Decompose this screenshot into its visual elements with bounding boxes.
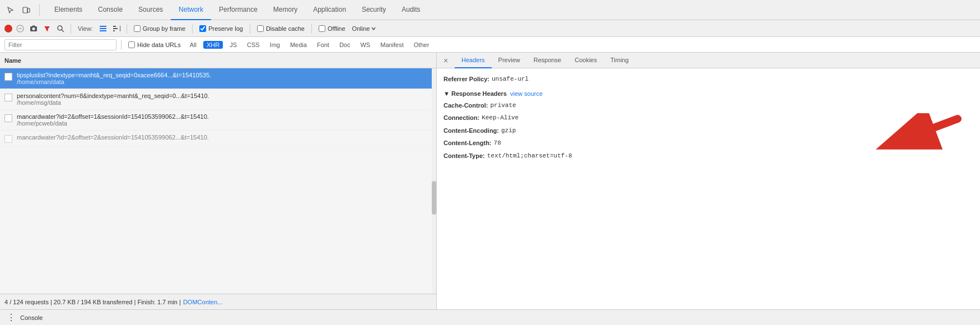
view-source-link[interactable]: view source [510, 90, 543, 97]
request-item[interactable]: personalcontent?num=8&indextype=manht&_r… [0, 89, 436, 110]
request-item[interactable]: mancardwater?id=2&offset=2&sessionId=154… [0, 131, 436, 147]
search-icon[interactable] [55, 23, 66, 34]
request-checkbox[interactable] [4, 114, 12, 122]
tab-preview[interactable]: Preview [492, 53, 527, 68]
cursor-icon[interactable] [4, 4, 17, 16]
svg-rect-13 [113, 26, 116, 27]
name-column-header: Name [4, 57, 21, 64]
request-info: mancardwater?id=2&offset=1&sessionId=154… [17, 113, 432, 127]
filter-font-btn[interactable]: Font [314, 41, 333, 49]
tab-elements[interactable]: Elements [46, 0, 90, 20]
filter-row: Hide data URLs All XHR JS CSS Img Media … [0, 37, 980, 53]
filter-media-btn[interactable]: Media [287, 41, 310, 49]
tab-security[interactable]: Security [354, 0, 394, 20]
offline-label[interactable]: Offline [319, 25, 346, 32]
referrer-policy-key: Referrer Policy: [444, 75, 489, 84]
tab-application[interactable]: Application [305, 0, 354, 20]
tab-sources[interactable]: Sources [130, 0, 171, 20]
connection-key: Connection: [444, 113, 479, 123]
offline-text: Offline [328, 25, 346, 32]
tab-timing[interactable]: Timing [604, 53, 636, 68]
group-by-frame-checkbox[interactable] [134, 25, 141, 32]
preserve-log-checkbox[interactable] [199, 25, 206, 32]
tab-audits[interactable]: Audits [394, 0, 428, 20]
content-encoding-row: Content-Encoding: gzip [444, 124, 973, 137]
svg-rect-11 [100, 28, 106, 29]
svg-rect-15 [113, 30, 115, 31]
request-url: personalcontent?num=8&indextype=manht&_r… [17, 92, 432, 99]
content-encoding-val: gzip [501, 126, 516, 136]
waterfall-view-icon[interactable] [111, 23, 122, 34]
svg-rect-14 [113, 28, 118, 29]
console-dots[interactable]: ⋮ [7, 312, 16, 323]
device-icon[interactable] [20, 4, 32, 16]
nav-tabs: Elements Console Sources Network Perform… [46, 0, 428, 20]
content-type-key: Content-Type: [444, 151, 485, 161]
list-view-icon[interactable] [97, 23, 109, 34]
tab-headers[interactable]: Headers [455, 53, 492, 68]
request-path: /home/xman/data [17, 78, 432, 85]
request-url: mancardwater?id=2&offset=2&sessionId=154… [17, 134, 432, 141]
tab-console[interactable]: Console [90, 0, 130, 20]
filter-input[interactable] [4, 39, 116, 50]
request-checkbox[interactable] [4, 135, 12, 143]
tab-cookies[interactable]: Cookies [568, 53, 604, 68]
hide-data-urls-checkbox[interactable] [128, 41, 135, 48]
content-length-val: 78 [494, 138, 501, 148]
filter-css-btn[interactable]: CSS [244, 41, 263, 49]
disable-cache-label[interactable]: Disable cache [257, 25, 305, 32]
hide-data-urls-label[interactable]: Hide data URLs [128, 41, 181, 48]
request-checkbox[interactable] [4, 94, 12, 101]
filter-ws-btn[interactable]: WS [357, 41, 374, 49]
svg-rect-12 [100, 30, 106, 31]
devtools-icons [4, 4, 40, 16]
filter-other-btn[interactable]: Other [410, 41, 433, 49]
stop-button[interactable] [15, 23, 26, 34]
request-item[interactable]: tipspluslist?indextype=manht&_req_seqid=… [0, 68, 436, 89]
filter-doc-btn[interactable]: Doc [336, 41, 354, 49]
request-info: mancardwater?id=2&offset=2&sessionId=154… [17, 134, 432, 141]
group-by-frame-label[interactable]: Group by frame [134, 25, 185, 32]
request-path: /home/msg/data [17, 99, 432, 106]
svg-rect-10 [100, 26, 106, 27]
preserve-log-text: Preserve log [208, 25, 243, 32]
console-bar: ⋮ Console [0, 309, 980, 325]
online-dropdown[interactable]: Online [352, 25, 377, 32]
disable-cache-checkbox[interactable] [257, 25, 264, 32]
filter-icon[interactable] [41, 23, 53, 34]
domcontent-link[interactable]: DOMConten... [183, 299, 222, 305]
content-type-row: Content-Type: text/html;charset=utf-8 [444, 150, 973, 162]
request-item[interactable]: mancardwater?id=2&offset=1&sessionId=154… [0, 110, 436, 131]
chevron-down-icon [371, 26, 376, 31]
scrollbar-thumb[interactable] [432, 181, 436, 215]
record-button[interactable] [4, 25, 12, 32]
tab-network[interactable]: Network [171, 0, 211, 20]
tab-memory[interactable]: Memory [265, 0, 305, 20]
separator-3 [192, 24, 193, 34]
tab-performance[interactable]: Performance [211, 0, 265, 20]
cache-control-row: Cache-Control: private [444, 99, 973, 112]
scrollbar-track[interactable] [432, 68, 436, 294]
svg-rect-6 [32, 25, 35, 26]
separator-4 [250, 24, 250, 34]
request-url: tipspluslist?indextype=manht&_req_seqid=… [17, 72, 432, 78]
close-button[interactable]: × [441, 56, 450, 65]
requests-list[interactable]: tipspluslist?indextype=manht&_req_seqid=… [0, 68, 436, 294]
filter-all-btn[interactable]: All [186, 41, 200, 49]
camera-icon[interactable] [28, 23, 39, 34]
tab-response[interactable]: Response [527, 53, 568, 68]
view-label: View: [78, 25, 93, 32]
preserve-log-label[interactable]: Preserve log [199, 25, 243, 32]
details-tabs: × Headers Preview Response Cookies Timin… [437, 53, 980, 68]
separator-2 [127, 24, 127, 34]
offline-checkbox[interactable] [319, 25, 325, 32]
filter-xhr-btn[interactable]: XHR [203, 41, 223, 49]
request-checkbox[interactable] [4, 73, 12, 81]
content-encoding-key: Content-Encoding: [444, 126, 499, 136]
content-length-row: Content-Length: 78 [444, 137, 973, 150]
request-info: personalcontent?num=8&indextype=manht&_r… [17, 92, 432, 106]
filter-manifest-btn[interactable]: Manifest [377, 41, 407, 49]
filter-js-btn[interactable]: JS [226, 41, 240, 49]
svg-rect-1 [27, 8, 30, 12]
filter-img-btn[interactable]: Img [267, 41, 283, 49]
